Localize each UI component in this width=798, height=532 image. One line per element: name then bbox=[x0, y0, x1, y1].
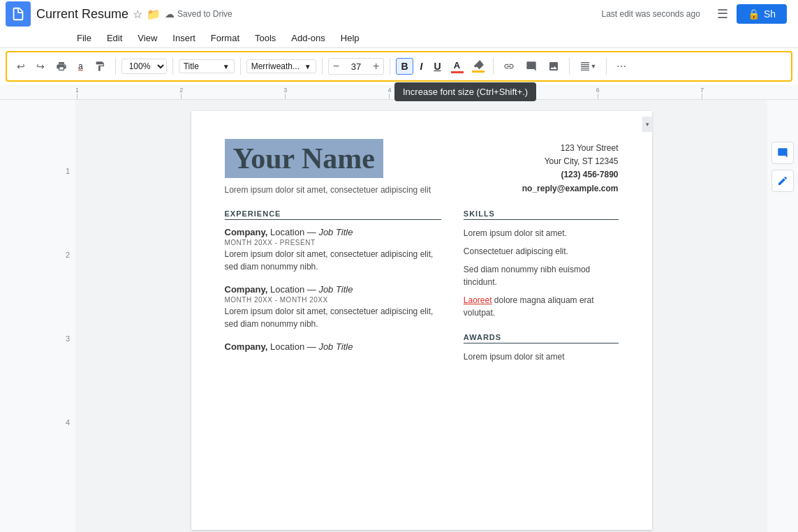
underline-button[interactable]: U bbox=[429, 59, 445, 74]
address-line2[interactable]: Your City, ST 12345 bbox=[522, 155, 619, 168]
job-1-header: Company, Location — Job Title bbox=[225, 227, 441, 237]
link-button[interactable] bbox=[499, 58, 519, 75]
right-sidebar bbox=[767, 100, 798, 532]
menu-item-edit[interactable]: Edit bbox=[100, 30, 129, 46]
left-sidebar: 1234 bbox=[0, 100, 75, 532]
style-value: Title bbox=[184, 61, 199, 71]
doc-area[interactable]: ▾ Your Name Lorem ipsum dolor sit amet, … bbox=[75, 100, 767, 532]
job-2-desc[interactable]: Lorem ipsum dolor sit amet, consectetuer… bbox=[225, 305, 441, 330]
menu-item-help[interactable]: Help bbox=[334, 30, 367, 46]
style-chevron-icon: ▼ bbox=[223, 63, 230, 71]
tooltip: Increase font size (Ctrl+Shift+.) bbox=[394, 82, 536, 101]
separator-2 bbox=[172, 58, 173, 75]
email[interactable]: no_reply@example.com bbox=[522, 182, 619, 195]
font-size-control: − + bbox=[328, 58, 385, 75]
separator-3 bbox=[240, 58, 241, 75]
address-line1[interactable]: 123 Your Street bbox=[522, 142, 619, 155]
job-3-company[interactable]: Company, bbox=[225, 341, 268, 352]
contact-block: 123 Your Street Your City, ST 12345 (123… bbox=[522, 139, 619, 195]
tooltip-text: Increase font size (Ctrl+Shift+.) bbox=[403, 87, 528, 97]
collapse-panel-button[interactable]: ▾ bbox=[642, 117, 653, 132]
ruler-mark-2: 2 bbox=[179, 87, 183, 99]
insert-image-button[interactable] bbox=[544, 58, 563, 75]
toolbar-wrapper: ↩ ↪ a 100% 75% 125% 150% Title ▼ Merriwe… bbox=[0, 48, 798, 84]
separator-1 bbox=[115, 58, 116, 75]
job-1: Company, Location — Job Title MONTH 20XX… bbox=[225, 227, 441, 273]
undo-button[interactable]: ↩ bbox=[13, 58, 29, 75]
folder-icon[interactable]: 📁 bbox=[147, 8, 161, 21]
more-options-button[interactable]: ⋯ bbox=[612, 58, 630, 75]
decrease-font-button[interactable]: − bbox=[329, 59, 343, 74]
style-select[interactable]: Title ▼ bbox=[179, 59, 235, 73]
separator-8 bbox=[606, 58, 607, 75]
print-button[interactable] bbox=[52, 58, 71, 75]
awards-section: AWARDS Lorem ipsum dolor sit amet bbox=[464, 333, 619, 363]
share-button[interactable]: 🔒 Sh bbox=[737, 4, 787, 24]
menu-item-format[interactable]: Format bbox=[204, 30, 246, 46]
skill-4-underline: Laoreet bbox=[464, 295, 492, 305]
job-3: Company, Location — Job Title bbox=[225, 341, 441, 352]
menu-item-insert[interactable]: Insert bbox=[165, 30, 202, 46]
experience-column: EXPERIENCE Company, Location — Job Title… bbox=[225, 209, 441, 369]
job-2-header: Company, Location — Job Title bbox=[225, 284, 441, 295]
insert-comment-button[interactable] bbox=[522, 58, 541, 75]
job-2: Company, Location — Job Title MONTH 20XX… bbox=[225, 284, 441, 330]
font-select[interactable]: Merriweath... ▼ bbox=[246, 59, 316, 73]
paint-format-button[interactable] bbox=[90, 58, 110, 75]
app-icon[interactable] bbox=[6, 1, 31, 27]
phone[interactable]: (123) 456-7890 bbox=[522, 168, 619, 182]
saved-text: Saved to Drive bbox=[177, 9, 232, 19]
skill-3[interactable]: Sed diam nonummy nibh euismod tincidunt. bbox=[464, 263, 619, 288]
job-3-location-title[interactable]: Location — Job Title bbox=[270, 341, 353, 352]
page-numbers: 1234 bbox=[66, 167, 70, 502]
toolbar: ↩ ↪ a 100% 75% 125% 150% Title ▼ Merriwe… bbox=[6, 51, 792, 82]
spell-check-button[interactable]: a bbox=[74, 59, 87, 74]
resume-subtitle[interactable]: Lorem ipsum dolor sit amet, consectetuer… bbox=[225, 185, 508, 195]
italic-button[interactable]: I bbox=[416, 59, 427, 74]
award-1[interactable]: Lorem ipsum dolor sit amet bbox=[464, 350, 619, 363]
text-color-button[interactable]: A bbox=[448, 59, 466, 75]
doc-title[interactable]: Current Resume bbox=[36, 7, 128, 22]
resume-header: Your Name Lorem ipsum dolor sit amet, co… bbox=[225, 139, 619, 195]
skill-2[interactable]: Consectetuer adipiscing elit. bbox=[464, 245, 619, 258]
font-size-input[interactable] bbox=[345, 61, 367, 72]
zoom-select[interactable]: 100% 75% 125% 150% bbox=[121, 59, 167, 74]
font-value: Merriweath... bbox=[251, 61, 300, 71]
font-chevron-icon: ▼ bbox=[304, 63, 311, 71]
job-1-location-title[interactable]: Location — Job Title bbox=[270, 227, 353, 237]
job-2-company[interactable]: Company, bbox=[225, 284, 268, 295]
page-number-1: 1 bbox=[66, 167, 70, 251]
edit-sidebar-button[interactable] bbox=[771, 170, 794, 192]
increase-font-button[interactable]: + bbox=[369, 59, 383, 74]
lock-icon: 🔒 bbox=[748, 8, 760, 20]
job-3-header: Company, Location — Job Title bbox=[225, 341, 441, 352]
redo-button[interactable]: ↪ bbox=[32, 58, 49, 75]
menu-item-view[interactable]: View bbox=[131, 30, 164, 46]
star-icon[interactable]: ☆ bbox=[133, 8, 142, 21]
alignment-button[interactable]: ▼ bbox=[575, 58, 601, 75]
ruler-mark-4: 4 bbox=[387, 87, 391, 99]
skill-1[interactable]: Lorem ipsum dolor sit amet. bbox=[464, 227, 619, 239]
awards-title: AWARDS bbox=[464, 333, 619, 343]
separator-6 bbox=[493, 58, 494, 75]
highlight-button[interactable] bbox=[469, 59, 487, 74]
menu-item-tools[interactable]: Tools bbox=[248, 30, 283, 46]
comment-sidebar-button[interactable] bbox=[771, 142, 794, 164]
ruler-mark-3: 3 bbox=[283, 87, 287, 99]
job-1-company[interactable]: Company, bbox=[225, 227, 268, 237]
bold-button[interactable]: B bbox=[396, 58, 413, 75]
job-1-desc[interactable]: Lorem ipsum dolor sit amet, consectetuer… bbox=[225, 248, 441, 273]
menu-item-add-ons[interactable]: Add-ons bbox=[284, 30, 332, 46]
comments-button[interactable]: ☰ bbox=[714, 3, 731, 24]
main-area: 1234 ▾ Your Name Lorem ipsum dolor sit a… bbox=[0, 100, 798, 532]
page-number-2: 2 bbox=[66, 251, 70, 334]
job-2-location-title[interactable]: Location — Job Title bbox=[270, 284, 353, 295]
doc-page: ▾ Your Name Lorem ipsum dolor sit amet, … bbox=[191, 111, 652, 530]
top-right-actions: ☰ 🔒 Sh bbox=[714, 3, 792, 24]
resume-columns: EXPERIENCE Company, Location — Job Title… bbox=[225, 209, 619, 369]
cloud-icon: ☁ bbox=[165, 8, 175, 20]
skill-4[interactable]: Laoreet dolore magna aliquam erat volutp… bbox=[464, 294, 619, 319]
separator-5 bbox=[390, 58, 390, 75]
resume-name[interactable]: Your Name bbox=[225, 139, 383, 178]
menu-item-file[interactable]: File bbox=[70, 30, 98, 46]
